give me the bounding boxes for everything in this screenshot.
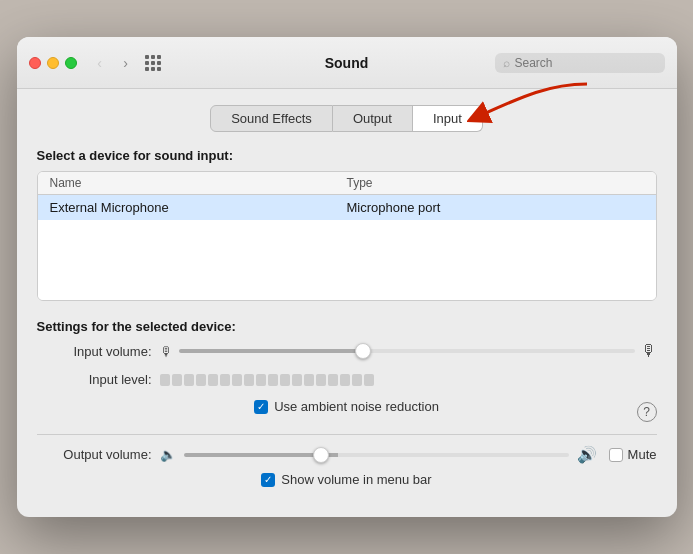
- level-seg-7: [232, 374, 242, 386]
- table-row[interactable]: External Microphone Microphone port: [38, 195, 656, 220]
- table-header: Name Type: [38, 172, 656, 195]
- output-volume-label: Output volume:: [37, 447, 152, 462]
- device-name: External Microphone: [50, 200, 347, 215]
- settings-section-heading: Settings for the selected device:: [37, 319, 657, 334]
- input-volume-slider[interactable]: [179, 349, 635, 353]
- level-seg-11: [280, 374, 290, 386]
- maximize-button[interactable]: [65, 57, 77, 69]
- close-button[interactable]: [29, 57, 41, 69]
- level-seg-10: [268, 374, 278, 386]
- level-seg-18: [364, 374, 374, 386]
- input-volume-slider-container: 🎙 🎙: [160, 342, 657, 360]
- ambient-noise-label: Use ambient noise reduction: [274, 399, 439, 414]
- level-seg-15: [328, 374, 338, 386]
- device-table: Name Type External Microphone Microphone…: [37, 171, 657, 301]
- checkmark-icon: ✓: [257, 401, 265, 412]
- output-volume-slider[interactable]: [184, 453, 569, 457]
- level-seg-17: [352, 374, 362, 386]
- apps-grid-icon[interactable]: [145, 55, 161, 71]
- minimize-button[interactable]: [47, 57, 59, 69]
- window-title: Sound: [325, 55, 369, 71]
- level-seg-14: [316, 374, 326, 386]
- mute-checkbox[interactable]: [609, 448, 623, 462]
- traffic-lights: [29, 57, 77, 69]
- level-seg-12: [292, 374, 302, 386]
- level-seg-1: [160, 374, 170, 386]
- tab-output[interactable]: Output: [333, 105, 413, 132]
- tab-bar: Sound Effects Output Input: [37, 105, 657, 132]
- tab-input[interactable]: Input: [413, 105, 483, 132]
- show-volume-row: ✓ Show volume in menu bar: [37, 472, 657, 487]
- forward-button[interactable]: ›: [115, 52, 137, 74]
- speaker-large-icon: 🔊: [577, 445, 597, 464]
- mute-label: Mute: [628, 447, 657, 462]
- level-seg-6: [220, 374, 230, 386]
- mic-small-icon: 🎙: [160, 344, 173, 359]
- input-volume-row: Input volume: 🎙 🎙: [37, 342, 657, 360]
- input-level-label: Input level:: [37, 372, 152, 387]
- content-area: Sound Effects Output Input Select a devi…: [17, 89, 677, 517]
- ambient-noise-row: ✓ Use ambient noise reduction: [254, 399, 439, 414]
- level-seg-16: [340, 374, 350, 386]
- speaker-small-icon: 🔈: [160, 447, 176, 462]
- device-section-heading: Select a device for sound input:: [37, 148, 657, 163]
- help-button[interactable]: ?: [637, 402, 657, 422]
- level-seg-8: [244, 374, 254, 386]
- level-seg-13: [304, 374, 314, 386]
- search-icon: ⌕: [503, 56, 510, 70]
- output-volume-row: Output volume: 🔈 🔊 Mute: [37, 445, 657, 464]
- titlebar: ‹ › Sound ⌕: [17, 37, 677, 89]
- tab-sound-effects[interactable]: Sound Effects: [210, 105, 333, 132]
- nav-buttons: ‹ ›: [89, 52, 137, 74]
- show-volume-checkbox[interactable]: ✓: [261, 473, 275, 487]
- device-type: Microphone port: [347, 200, 644, 215]
- column-header-type: Type: [347, 176, 644, 190]
- level-seg-2: [172, 374, 182, 386]
- show-volume-checkmark-icon: ✓: [264, 474, 272, 485]
- input-level-row: Input level:: [37, 372, 657, 387]
- ambient-noise-checkbox[interactable]: ✓: [254, 400, 268, 414]
- back-button[interactable]: ‹: [89, 52, 111, 74]
- level-seg-5: [208, 374, 218, 386]
- level-seg-3: [184, 374, 194, 386]
- level-seg-4: [196, 374, 206, 386]
- mic-large-icon: 🎙: [641, 342, 657, 360]
- table-empty-row: [38, 220, 656, 300]
- main-window: ‹ › Sound ⌕ Sound Eff: [17, 37, 677, 517]
- level-seg-9: [256, 374, 266, 386]
- search-bar[interactable]: ⌕: [495, 53, 665, 73]
- divider: [37, 434, 657, 435]
- search-input[interactable]: [515, 56, 657, 70]
- column-header-name: Name: [50, 176, 347, 190]
- input-volume-label: Input volume:: [37, 344, 152, 359]
- mute-container: Mute: [609, 447, 657, 462]
- show-volume-label: Show volume in menu bar: [281, 472, 431, 487]
- input-level-bars: [160, 374, 657, 386]
